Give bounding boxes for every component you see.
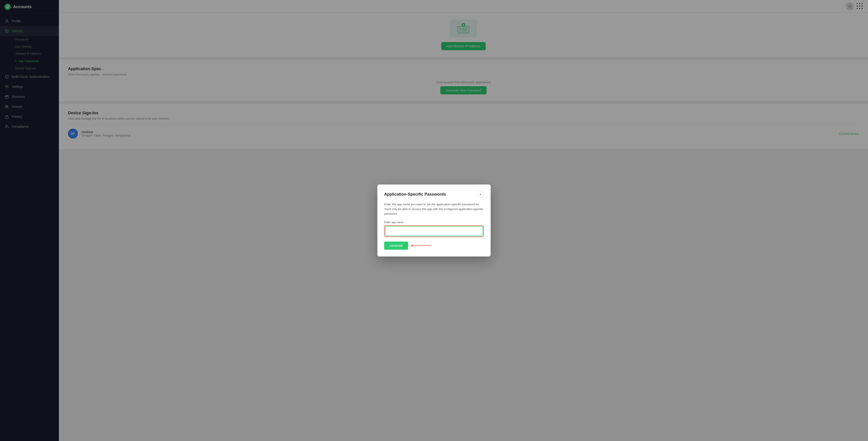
main-content: Add Allowed IP Address Application-Spec.… — [59, 0, 868, 441]
modal-actions: Generate — [384, 242, 484, 250]
modal-input-label: Enter app name — [384, 221, 484, 224]
modal-header: Application-Specific Passwords × — [384, 191, 484, 198]
modal-title: Application-Specific Passwords — [384, 192, 446, 197]
modal-overlay[interactable]: Application-Specific Passwords × Enter t… — [59, 0, 868, 441]
app-name-input[interactable] — [385, 226, 483, 236]
arrow-head — [411, 244, 413, 247]
modal-generate-button[interactable]: Generate — [384, 242, 408, 250]
modal-description: Enter the app name you want to set the a… — [384, 202, 484, 216]
arrow-indicator — [413, 245, 431, 246]
modal-input-wrapper — [384, 225, 484, 237]
modal-input-group: Enter app name — [384, 221, 484, 237]
modal-dialog: Application-Specific Passwords × Enter t… — [377, 184, 491, 257]
modal-close-button[interactable]: × — [477, 191, 484, 198]
arrow-line — [413, 245, 431, 246]
